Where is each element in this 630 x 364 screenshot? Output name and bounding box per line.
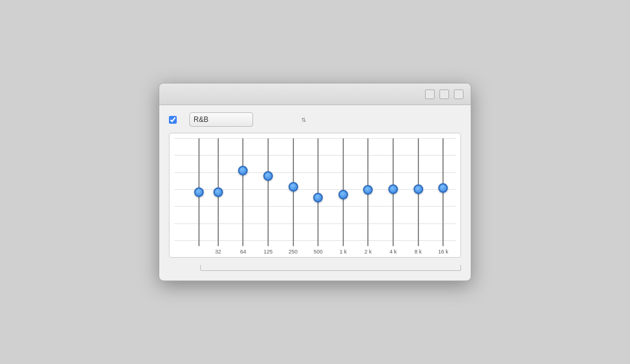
band-col-2 k: 2 k: [356, 138, 381, 255]
band-thumb-64[interactable]: [238, 166, 248, 175]
freq-label-16 k: 16 k: [438, 249, 448, 255]
band-thumb-2 k[interactable]: [363, 185, 373, 195]
band-col-125: 125: [255, 138, 281, 255]
band-track-container-1 k: [337, 138, 349, 246]
band-track-container-500: [312, 138, 324, 246]
window-controls: [425, 89, 463, 99]
preamp-thumb[interactable]: [194, 187, 204, 197]
freq-label-4 k: 4 k: [390, 249, 397, 255]
band-track-container-4 k: [387, 138, 399, 246]
minimize-button[interactable]: [425, 89, 435, 99]
titlebar: [159, 83, 471, 105]
band-thumb-500[interactable]: [313, 193, 323, 202]
band-col-1 k: 1 k: [331, 138, 356, 255]
band-track-container-125: [262, 138, 274, 246]
activated-checkbox[interactable]: [169, 116, 177, 124]
freq-label-32: 32: [215, 249, 221, 255]
bottom-row: [169, 265, 461, 271]
band-track-container-8 k: [412, 138, 424, 246]
equalizer-area: 32641252505001 k2 k4 k8 k16 k: [169, 133, 461, 258]
freq-bracket: [200, 265, 461, 271]
band-col-64: 64: [231, 138, 256, 255]
band-col-4 k: 4 k: [381, 138, 406, 255]
freq-label-2 k: 2 k: [364, 249, 372, 255]
band-track-125: [268, 138, 269, 246]
band-track-500: [317, 138, 319, 246]
band-thumb-125[interactable]: [263, 171, 273, 181]
band-thumb-4 k[interactable]: [388, 184, 398, 194]
band-col-500: 500: [305, 138, 331, 255]
sliders-section: 32641252505001 k2 k4 k8 k16 k: [206, 138, 456, 255]
band-track-container-2 k: [362, 138, 374, 246]
equalizer-window: R&B Manuel Acoustique Basses boostées Cl…: [159, 83, 471, 281]
band-track-container-250: [287, 138, 299, 246]
band-thumb-16 k[interactable]: [438, 183, 448, 193]
band-col-8 k: 8 k: [406, 138, 431, 255]
band-track-250: [293, 138, 294, 246]
band-col-16 k: 16 k: [430, 138, 456, 255]
preamp-section: [174, 138, 206, 255]
close-button[interactable]: [454, 89, 463, 99]
freq-label-500: 500: [314, 249, 323, 255]
freq-label-250: 250: [289, 249, 298, 255]
freq-label-64: 64: [240, 249, 246, 255]
maximize-button[interactable]: [439, 89, 449, 99]
band-track-container-64: [237, 138, 249, 246]
band-track-container-16 k: [437, 138, 449, 246]
freq-label-125: 125: [263, 249, 272, 255]
activated-label[interactable]: [169, 116, 180, 124]
band-col-32: 32: [206, 138, 231, 255]
top-controls: R&B Manuel Acoustique Basses boostées Cl…: [169, 112, 461, 127]
freq-label-1 k: 1 k: [340, 249, 347, 255]
band-thumb-32[interactable]: [213, 187, 223, 197]
preset-select-wrapper: R&B Manuel Acoustique Basses boostées Cl…: [189, 112, 310, 127]
freq-label-8 k: 8 k: [415, 249, 422, 255]
band-track-container-32: [212, 138, 224, 246]
band-thumb-250[interactable]: [289, 182, 298, 192]
band-col-250: 250: [281, 138, 306, 255]
band-thumb-8 k[interactable]: [414, 184, 423, 194]
window-content: R&B Manuel Acoustique Basses boostées Cl…: [159, 105, 471, 281]
preset-select[interactable]: R&B Manuel Acoustique Basses boostées Cl…: [189, 112, 253, 127]
preamp-slider-container: [193, 138, 205, 246]
band-track-64: [242, 138, 243, 246]
band-thumb-1 k[interactable]: [338, 190, 348, 199]
